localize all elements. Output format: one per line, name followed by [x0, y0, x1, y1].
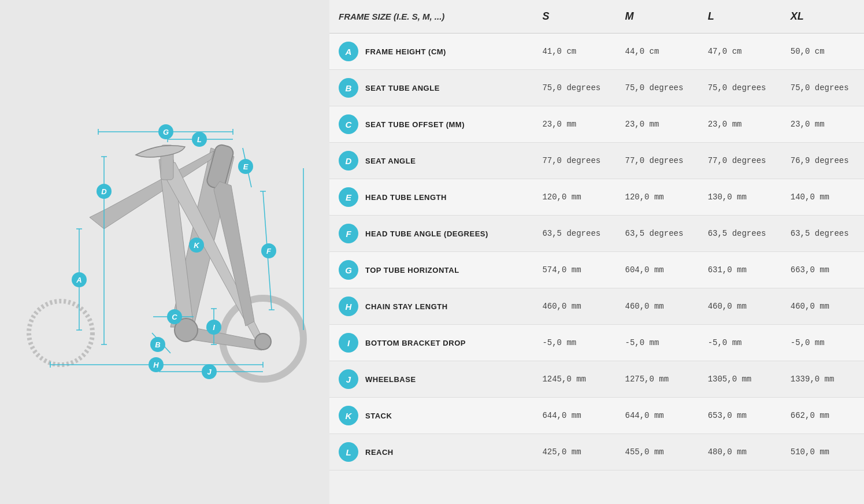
- svg-text:A: A: [76, 276, 81, 284]
- row-val-xl: 23,0 mm: [781, 106, 864, 143]
- badge-g: G: [339, 260, 358, 280]
- row-label-cell: J WHEELBASE: [329, 361, 533, 398]
- svg-text:D: D: [101, 187, 107, 196]
- row-val-s: -5,0 mm: [533, 325, 615, 361]
- row-val-l: 75,0 degrees: [699, 70, 781, 106]
- row-label-text: HEAD TUBE ANGLE (DEGREES): [365, 229, 488, 238]
- row-val-xl: -5,0 mm: [781, 325, 864, 361]
- badge-f: F: [339, 224, 358, 243]
- row-label-text: CHAIN STAY LENGTH: [365, 302, 448, 311]
- left-panel: G L D E F A I H J: [0, 0, 329, 504]
- row-label-cell: L REACH: [329, 434, 533, 470]
- geometry-table: FRAME SIZE (I.E. S, M, ...) S M L XL A F…: [329, 0, 864, 470]
- row-val-s: 23,0 mm: [533, 106, 615, 143]
- badge-e: E: [339, 187, 358, 207]
- svg-text:C: C: [172, 313, 177, 321]
- badge-l: L: [339, 442, 358, 462]
- column-header-l: L: [699, 0, 781, 34]
- row-label-cell: E HEAD TUBE LENGTH: [329, 179, 533, 216]
- row-val-xl: 1339,0 mm: [781, 361, 864, 398]
- badge-b: B: [339, 78, 358, 98]
- svg-text:H: H: [153, 361, 159, 369]
- table-row: C SEAT TUBE OFFSET (MM) 23,0 mm 23,0 mm …: [329, 106, 864, 143]
- row-label-cell: I BOTTOM BRACKET DROP: [329, 325, 533, 361]
- row-val-m: 455,0 mm: [616, 434, 699, 470]
- row-val-l: 23,0 mm: [699, 106, 781, 143]
- row-val-m: 460,0 mm: [616, 288, 699, 325]
- row-val-m: 604,0 mm: [616, 252, 699, 288]
- column-header-s: S: [533, 0, 615, 34]
- badge-k: K: [339, 406, 358, 425]
- row-val-xl: 510,0 mm: [781, 434, 864, 470]
- svg-text:G: G: [163, 128, 169, 136]
- row-label-cell: K STACK: [329, 398, 533, 434]
- row-label-text: FRAME HEIGHT (CM): [365, 47, 446, 56]
- row-label-cell: H CHAIN STAY LENGTH: [329, 288, 533, 325]
- row-val-l: 460,0 mm: [699, 288, 781, 325]
- row-label-cell: D SEAT ANGLE: [329, 143, 533, 179]
- table-row: H CHAIN STAY LENGTH 460,0 mm 460,0 mm 46…: [329, 288, 864, 325]
- badge-h: H: [339, 297, 358, 316]
- row-val-s: 75,0 degrees: [533, 70, 615, 106]
- row-label-cell: C SEAT TUBE OFFSET (MM): [329, 106, 533, 143]
- svg-text:L: L: [197, 135, 202, 144]
- row-label-text: SEAT TUBE ANGLE: [365, 84, 440, 92]
- row-val-xl: 663,0 mm: [781, 252, 864, 288]
- row-label-text: TOP TUBE HORIZONTAL: [365, 266, 459, 275]
- table-row: J WHEELBASE 1245,0 mm 1275,0 mm 1305,0 m…: [329, 361, 864, 398]
- table-row: K STACK 644,0 mm 644,0 mm 653,0 mm 662,0…: [329, 398, 864, 434]
- row-val-l: 130,0 mm: [699, 179, 781, 216]
- row-val-m: 644,0 mm: [616, 398, 699, 434]
- row-val-xl: 662,0 mm: [781, 398, 864, 434]
- right-panel: FRAME SIZE (I.E. S, M, ...) S M L XL A F…: [329, 0, 864, 504]
- row-val-l: 480,0 mm: [699, 434, 781, 470]
- row-val-m: 63,5 degrees: [616, 216, 699, 252]
- column-header-label: FRAME SIZE (I.E. S, M, ...): [329, 0, 533, 34]
- svg-text:F: F: [266, 247, 272, 255]
- table-row: L REACH 425,0 mm 455,0 mm 480,0 mm 510,0…: [329, 434, 864, 470]
- row-val-l: 653,0 mm: [699, 398, 781, 434]
- badge-i: I: [339, 333, 358, 353]
- row-val-xl: 63,5 degrees: [781, 216, 864, 252]
- row-val-xl: 460,0 mm: [781, 288, 864, 325]
- badge-j: J: [339, 369, 358, 389]
- row-label-text: BOTTOM BRACKET DROP: [365, 339, 466, 347]
- svg-point-11: [255, 333, 271, 350]
- row-val-l: 77,0 degrees: [699, 143, 781, 179]
- row-val-s: 1245,0 mm: [533, 361, 615, 398]
- row-label-text: STACK: [365, 412, 392, 420]
- row-val-m: 77,0 degrees: [616, 143, 699, 179]
- row-val-l: 63,5 degrees: [699, 216, 781, 252]
- row-label-cell: F HEAD TUBE ANGLE (DEGREES): [329, 216, 533, 252]
- row-val-s: 120,0 mm: [533, 179, 615, 216]
- row-val-l: 47,0 cm: [699, 34, 781, 70]
- row-label-text: SEAT ANGLE: [365, 157, 416, 165]
- row-label-cell: A FRAME HEIGHT (CM): [329, 34, 533, 70]
- svg-text:I: I: [213, 323, 215, 332]
- svg-text:B: B: [155, 340, 160, 349]
- row-val-m: -5,0 mm: [616, 325, 699, 361]
- badge-d: D: [339, 151, 358, 171]
- row-val-s: 63,5 degrees: [533, 216, 615, 252]
- badge-a: A: [339, 42, 358, 61]
- row-val-m: 120,0 mm: [616, 179, 699, 216]
- row-val-l: 631,0 mm: [699, 252, 781, 288]
- table-row: A FRAME HEIGHT (CM) 41,0 cm 44,0 cm 47,0…: [329, 34, 864, 70]
- table-row: F HEAD TUBE ANGLE (DEGREES) 63,5 degrees…: [329, 216, 864, 252]
- bike-diagram: G L D E F A I H J: [14, 102, 315, 402]
- row-val-m: 1275,0 mm: [616, 361, 699, 398]
- row-label-text: WHEELBASE: [365, 375, 416, 384]
- row-val-xl: 140,0 mm: [781, 179, 864, 216]
- table-row: D SEAT ANGLE 77,0 degrees 77,0 degrees 7…: [329, 143, 864, 179]
- row-label-cell: B SEAT TUBE ANGLE: [329, 70, 533, 106]
- row-val-l: 1305,0 mm: [699, 361, 781, 398]
- svg-text:E: E: [243, 162, 249, 171]
- table-row: B SEAT TUBE ANGLE 75,0 degrees 75,0 degr…: [329, 70, 864, 106]
- row-val-xl: 75,0 degrees: [781, 70, 864, 106]
- row-label-text: HEAD TUBE LENGTH: [365, 193, 447, 202]
- row-label-text: REACH: [365, 448, 394, 457]
- row-val-s: 425,0 mm: [533, 434, 615, 470]
- row-val-m: 23,0 mm: [616, 106, 699, 143]
- badge-c: C: [339, 114, 358, 134]
- table-row: E HEAD TUBE LENGTH 120,0 mm 120,0 mm 130…: [329, 179, 864, 216]
